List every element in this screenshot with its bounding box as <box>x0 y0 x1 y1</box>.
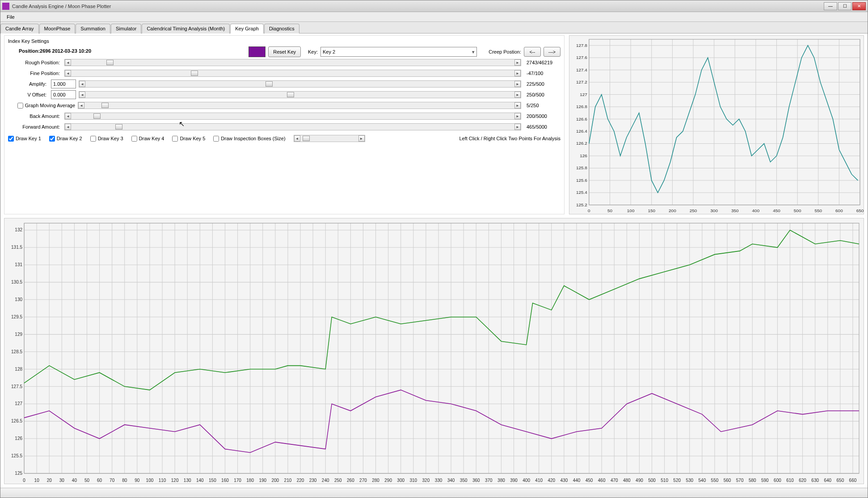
big-chart[interactable]: 0102030405060708090100110120130140150160… <box>4 218 864 484</box>
svg-text:126: 126 <box>580 153 587 158</box>
chevron-left-icon[interactable]: ◄ <box>79 81 85 87</box>
chevron-left-icon[interactable]: ◄ <box>65 70 71 76</box>
gma-checkbox[interactable] <box>17 103 23 109</box>
svg-text:250: 250 <box>690 208 697 213</box>
chevron-left-icon[interactable]: ◄ <box>65 113 71 119</box>
chevron-right-icon[interactable]: ► <box>358 135 365 142</box>
chevron-right-icon[interactable]: ► <box>514 102 521 109</box>
chevron-left-icon[interactable]: ◄ <box>294 135 300 142</box>
chevron-right-icon[interactable]: ► <box>514 70 521 76</box>
chevron-left-icon[interactable]: ◄ <box>79 92 85 98</box>
svg-text:128.5: 128.5 <box>11 349 22 354</box>
svg-text:270: 270 <box>359 477 367 482</box>
checkbox[interactable] <box>90 136 96 142</box>
svg-text:130.5: 130.5 <box>11 280 22 285</box>
chevron-right-icon[interactable]: ► <box>514 124 521 130</box>
chevron-left-icon[interactable]: ◄ <box>65 124 71 130</box>
tab-moonphase[interactable]: MoonPhase <box>39 24 76 33</box>
svg-text:125.5: 125.5 <box>11 453 22 458</box>
checkbox-label: Draw Key 2 <box>57 136 82 141</box>
chevron-right-icon[interactable]: ► <box>514 59 521 66</box>
creep-back-button[interactable]: <-- <box>524 47 541 57</box>
svg-text:90: 90 <box>135 477 139 482</box>
key-select[interactable]: Key 2 <box>320 47 477 57</box>
svg-text:127: 127 <box>15 401 22 406</box>
back-amount-slider[interactable]: ◄ ► <box>64 113 521 120</box>
svg-text:130: 130 <box>184 477 191 482</box>
svg-text:200: 200 <box>669 208 676 213</box>
svg-text:200: 200 <box>271 477 279 482</box>
svg-text:50: 50 <box>84 477 89 482</box>
analysis-hint: Left Click / Right Click Two Points For … <box>459 136 560 141</box>
svg-text:430: 430 <box>560 477 568 482</box>
rough-position-slider[interactable]: ◄ ► <box>64 59 521 66</box>
gma-slider[interactable]: ◄ ► <box>78 102 521 109</box>
chevron-right-icon[interactable]: ► <box>514 92 521 98</box>
creep-forward-button[interactable]: ---> <box>544 47 560 57</box>
svg-text:320: 320 <box>422 477 430 482</box>
svg-text:450: 450 <box>586 477 593 482</box>
chevron-left-icon[interactable]: ◄ <box>65 59 71 66</box>
svg-text:120: 120 <box>171 477 179 482</box>
svg-text:600: 600 <box>835 208 843 213</box>
svg-text:280: 280 <box>372 477 379 482</box>
checkbox[interactable] <box>172 136 178 142</box>
inspection-size-slider[interactable]: ◄ ► <box>294 135 365 142</box>
amplify-input[interactable] <box>51 80 76 88</box>
fine-position-value: -47/100 <box>527 71 560 76</box>
svg-text:520: 520 <box>673 477 681 482</box>
key-color-swatch[interactable] <box>249 46 265 57</box>
svg-rect-56 <box>589 39 860 205</box>
svg-text:126: 126 <box>15 436 22 441</box>
tab-candle-array[interactable]: Candle Array <box>0 24 39 33</box>
forward-amount-slider[interactable]: ◄ ► <box>64 123 521 130</box>
svg-text:460: 460 <box>598 477 606 482</box>
menu-file[interactable]: File <box>3 13 18 21</box>
checkbox[interactable] <box>8 136 14 142</box>
tab-calendrical-timing-analysis-month-[interactable]: Calendrical Timing Analysis (Month) <box>142 24 230 33</box>
svg-text:540: 540 <box>699 477 706 482</box>
amplify-slider[interactable]: ◄ ► <box>79 80 521 88</box>
svg-text:125: 125 <box>15 471 22 476</box>
svg-text:0: 0 <box>588 208 590 213</box>
svg-text:590: 590 <box>761 477 769 482</box>
draw-key-draw-inspection-boxes-size-[interactable]: Draw Inspection Boxes (Size) <box>213 136 285 142</box>
svg-text:570: 570 <box>736 477 744 482</box>
draw-key-draw-key-5[interactable]: Draw Key 5 <box>172 136 205 142</box>
draw-key-draw-key-2[interactable]: Draw Key 2 <box>49 136 82 142</box>
gma-value: 5/250 <box>527 103 560 108</box>
draw-key-draw-key-1[interactable]: Draw Key 1 <box>8 136 41 142</box>
svg-text:500: 500 <box>794 208 801 213</box>
draw-key-draw-key-4[interactable]: Draw Key 4 <box>131 136 164 142</box>
svg-text:410: 410 <box>535 477 543 482</box>
tab-simulator[interactable]: Simulator <box>111 24 141 33</box>
chevron-right-icon[interactable]: ► <box>514 113 521 119</box>
reset-key-button[interactable]: Reset Key <box>268 46 301 57</box>
chevron-right-icon[interactable]: ► <box>514 81 521 87</box>
svg-text:132: 132 <box>15 227 22 232</box>
svg-text:70: 70 <box>110 477 114 482</box>
tab-diagnostics[interactable]: Diagnostics <box>264 24 299 33</box>
checkbox-label: Draw Key 5 <box>180 136 205 141</box>
voffset-label: V Offset: <box>8 92 48 97</box>
tab-summation[interactable]: Summation <box>76 24 110 33</box>
fine-position-slider[interactable]: ◄ ► <box>64 70 521 77</box>
svg-text:220: 220 <box>297 477 304 482</box>
voffset-slider[interactable]: ◄ ► <box>79 91 521 98</box>
svg-text:140: 140 <box>196 477 204 482</box>
svg-text:560: 560 <box>724 477 731 482</box>
checkbox[interactable] <box>213 136 219 142</box>
voffset-input[interactable] <box>51 90 76 99</box>
amplify-value: 225/500 <box>527 81 560 87</box>
tab-key-graph[interactable]: Key Graph <box>230 24 264 33</box>
close-button[interactable]: ✕ <box>852 2 866 10</box>
menu-bar: File <box>0 12 868 22</box>
svg-text:490: 490 <box>636 477 643 482</box>
chevron-left-icon[interactable]: ◄ <box>78 102 84 109</box>
maximize-button[interactable]: ☐ <box>838 2 851 10</box>
checkbox[interactable] <box>49 136 55 142</box>
checkbox[interactable] <box>131 136 137 142</box>
small-chart[interactable]: 0501001502002503003504004505005506006501… <box>569 35 864 214</box>
draw-key-draw-key-3[interactable]: Draw Key 3 <box>90 136 123 142</box>
minimize-button[interactable]: — <box>824 2 837 10</box>
